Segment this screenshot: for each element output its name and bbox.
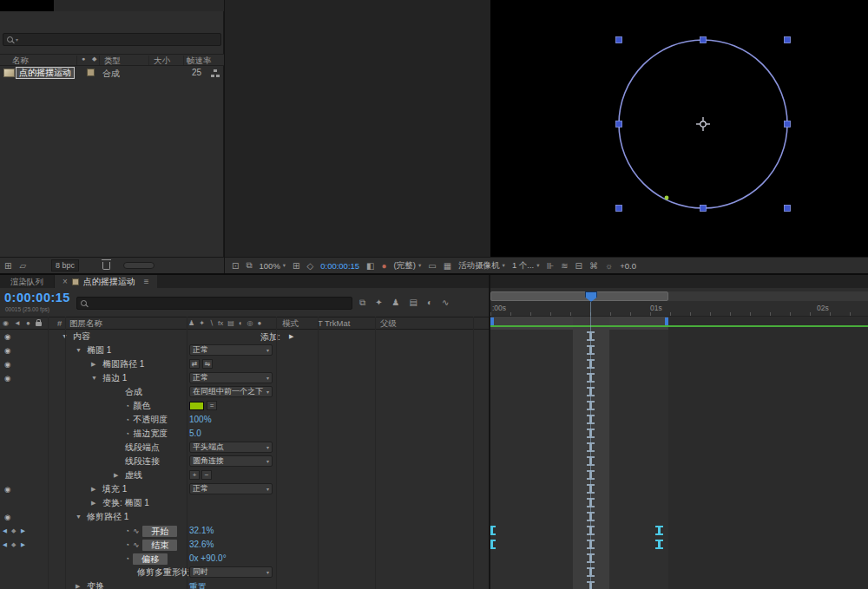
work-area-bar[interactable] — [490, 291, 668, 301]
path-direction-toggle[interactable]: ⇄ — [189, 359, 200, 369]
property-label[interactable]: 结束 — [142, 540, 177, 551]
graph-icon[interactable]: ∿ — [133, 540, 139, 549]
property-label[interactable]: 描边宽度 — [133, 428, 168, 440]
track-row[interactable] — [490, 524, 868, 538]
property-label[interactable]: 内容 — [73, 330, 90, 343]
draft-3d-icon[interactable]: ✦ — [375, 298, 382, 308]
keyframe[interactable] — [655, 526, 663, 535]
timeline-search-field[interactable] — [76, 297, 352, 310]
value-dropdown[interactable]: 平头端点▾ — [189, 442, 273, 453]
track-row[interactable] — [490, 538, 868, 552]
track-row[interactable] — [490, 510, 868, 524]
keyframe[interactable] — [490, 526, 496, 535]
visibility-toggle[interactable]: ◉ — [4, 485, 10, 494]
property-value[interactable]: 32.6% — [189, 540, 214, 549]
label-color-column-icon[interactable]: ● — [82, 56, 85, 62]
lock-icon[interactable] — [36, 322, 42, 326]
tab-composition[interactable]: × 点的摇摆运动 ≡ — [55, 275, 157, 288]
twirl-icon[interactable]: ▼ — [91, 375, 97, 381]
previous-keyframe-button[interactable]: ◀ — [3, 541, 7, 548]
composition-view[interactable] — [490, 0, 868, 257]
track-row[interactable] — [490, 552, 868, 566]
3d-layer-icon[interactable]: ● — [258, 319, 262, 327]
twirl-icon[interactable]: ▶ — [91, 361, 95, 368]
property-label[interactable]: 描边 1 — [102, 372, 127, 384]
composition-flowchart-icon[interactable]: ⧉ — [359, 298, 365, 308]
out-point-marker[interactable] — [665, 317, 668, 325]
track-row[interactable] — [490, 357, 868, 371]
label-color-chip[interactable] — [87, 69, 95, 76]
track-row[interactable] — [490, 330, 868, 344]
property-value[interactable]: 5.0 — [189, 429, 201, 438]
flowchart-button-icon[interactable]: ⌘ — [589, 261, 598, 271]
path-start-point[interactable] — [665, 196, 669, 200]
track-row[interactable] — [490, 482, 868, 496]
column-parent[interactable]: 父级 — [380, 318, 397, 330]
property-row[interactable]: 合成在同组中前一个之下▾ — [0, 385, 490, 399]
value-dropdown[interactable]: 圆角连接▾ — [189, 455, 273, 467]
audio-icon[interactable]: ◄ — [14, 319, 21, 327]
track-row[interactable] — [490, 579, 868, 589]
track-row[interactable] — [490, 496, 868, 510]
track-row[interactable] — [490, 427, 868, 441]
remove-dash-button[interactable]: − — [201, 470, 212, 480]
stopwatch-icon[interactable]: ◔ — [125, 402, 129, 410]
column-number[interactable]: # — [57, 318, 62, 328]
choose-grid-icon[interactable]: ⊞ — [293, 261, 299, 271]
zoom-select[interactable]: 100%▾ — [260, 261, 286, 271]
channels-icon[interactable]: ● — [382, 261, 387, 271]
property-row[interactable]: ◔不透明度100% — [0, 413, 490, 427]
project-search-field[interactable]: ▾ — [3, 33, 221, 46]
stopwatch-icon[interactable]: ◔ — [125, 527, 129, 535]
property-row[interactable]: ◔描边宽度5.0 — [0, 427, 490, 441]
time-ruler[interactable]: :00s 01s 02s — [490, 288, 868, 317]
visibility-toggle[interactable]: ◉ — [4, 374, 10, 383]
roi-icon[interactable]: ▭ — [428, 261, 436, 271]
property-row[interactable]: 线段连接圆角连接▾ — [0, 455, 490, 468]
next-keyframe-button[interactable]: ▶ — [21, 541, 25, 548]
property-label[interactable]: 颜色 — [133, 400, 150, 412]
property-row[interactable]: ◉▶填充 1正常▾ — [0, 482, 490, 496]
property-row[interactable]: 线段端点平头端点▾ — [0, 441, 490, 455]
mask-visibility-icon[interactable]: ◇ — [307, 261, 314, 271]
eyedropper-button[interactable]: = — [207, 401, 217, 410]
next-keyframe-button[interactable]: ▶ — [21, 527, 25, 534]
column-trkmat[interactable]: T TrkMat — [318, 318, 350, 328]
track-row[interactable] — [490, 441, 868, 455]
track-row[interactable] — [490, 566, 868, 579]
exposure-icon[interactable]: ☼ — [605, 261, 613, 271]
property-row[interactable]: ◉▼修剪路径 1 — [0, 510, 490, 524]
twirl-icon[interactable]: ▶ — [91, 500, 95, 507]
always-preview-icon[interactable]: ⊡ — [232, 261, 239, 271]
graph-icon[interactable]: ∿ — [133, 527, 139, 535]
track-row[interactable] — [490, 468, 868, 482]
in-point-marker[interactable] — [490, 317, 494, 325]
visibility-toggle[interactable]: ◉ — [4, 513, 10, 521]
delete-icon[interactable] — [102, 262, 110, 270]
property-label[interactable]: 椭圆 1 — [87, 344, 111, 357]
viewer-timecode[interactable]: 0:00:00:15 — [320, 261, 359, 271]
property-label[interactable]: 偏移 — [133, 553, 168, 565]
frame-blend-toggle-icon[interactable]: ▤ — [410, 298, 418, 308]
add-property-button[interactable]: ▶ — [289, 333, 293, 340]
fast-previews-icon[interactable]: ≋ — [561, 261, 568, 271]
resolution-select[interactable]: (完整)▾ — [394, 260, 422, 272]
property-row[interactable]: ◀◆▶◔∿结束32.6% — [0, 538, 490, 552]
track-row[interactable] — [490, 385, 868, 399]
twirl-icon[interactable]: ▶ — [91, 486, 95, 493]
property-label[interactable]: 填充 1 — [102, 483, 127, 495]
twirl-icon[interactable]: ▶ — [114, 472, 118, 479]
value-dropdown[interactable]: 正常▾ — [189, 372, 273, 383]
column-layer-name[interactable]: 图层名称 — [69, 318, 102, 330]
project-item-name[interactable]: 点的摇摆运动 — [16, 67, 75, 79]
value-dropdown[interactable]: 同时▾ — [189, 566, 273, 578]
view-layout-select[interactable]: 1 个...▾ — [512, 260, 540, 272]
property-value[interactable]: 32.1% — [189, 526, 214, 535]
timeline-button-icon[interactable]: ⊟ — [575, 261, 582, 271]
property-row[interactable]: ▶变换重置 — [0, 579, 490, 589]
property-label[interactable]: 线段端点 — [125, 442, 160, 454]
property-value[interactable]: 0x +90.0° — [189, 553, 227, 563]
value-dropdown[interactable]: 正常▾ — [189, 483, 273, 494]
property-label[interactable]: 不透明度 — [133, 414, 168, 426]
add-keyframe-button[interactable]: ◆ — [11, 527, 16, 534]
